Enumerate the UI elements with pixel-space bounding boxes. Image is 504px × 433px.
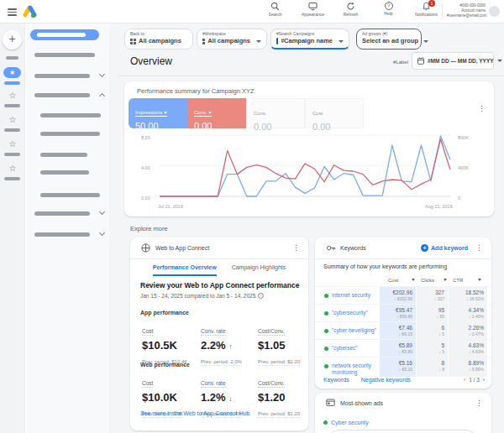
metric-value: 0.00 [194,121,246,131]
card-menu-icon[interactable]: ⋮ [478,105,486,112]
metric-prev[interactable]: Prev. period: 2.0% [201,359,242,366]
nav-skeleton-subitem[interactable] [40,170,89,175]
web-to-app-hub-link[interactable]: See more in the Web to App Connect Hub [140,410,249,416]
label-filter[interactable]: #Label [393,60,408,65]
metric-label: Conv. [254,111,266,116]
campaign-icon [276,38,278,44]
column-header-cost[interactable]: Cost [388,274,415,285]
star-icon[interactable]: ☆ [8,116,18,124]
ad-status-dot [323,420,328,425]
keyword-name[interactable]: "cybersec" [332,345,379,352]
ctr-value: 18.52% [449,290,484,295]
refresh-button[interactable]: Refresh [337,2,365,17]
back-to-all-campaigns-chip[interactable]: Back to All campaigns [124,29,193,50]
card-menu-icon[interactable]: ⋮ [292,244,300,252]
chevron-down-icon[interactable] [99,209,105,215]
rail-skeleton-bar[interactable] [4,153,20,156]
appearance-button[interactable]: Appearance [299,2,327,17]
nav-skeleton-item[interactable] [34,53,95,57]
cost-sub-value: ↓ €5.89 [380,349,412,354]
nav-skeleton-subitem[interactable] [40,113,101,117]
metric-label[interactable]: Conv. rate [201,328,226,336]
left-axis-tick: 0.00 [141,196,150,201]
keyword-row[interactable]: "cybersecurity" €95.47↓ €59.86 95↓ 65 4.… [315,304,491,321]
metric-prev[interactable]: Prev. period: $1.20 [258,359,300,366]
rail-skeleton-bar[interactable] [4,177,20,180]
keywords-tab-link[interactable]: Keywords [323,377,349,383]
keyword-row[interactable]: network security monitoring €5.16↓ €5.16… [315,357,491,377]
star-icon[interactable]: ☆ [8,91,18,100]
add-keyword-button[interactable]: + Add keyword [421,244,468,252]
ad-preview-box[interactable] [328,430,476,433]
menu-icon[interactable] [8,8,17,16]
info-icon[interactable]: i [258,293,264,299]
metric-value: 50.00 [135,121,187,131]
create-button[interactable]: + [3,30,22,50]
account-name: #000-000-0000 Account name [447,3,486,13]
notification-badge: 1 [428,0,435,7]
tab-campaign-highlights[interactable]: Campaign Highlights [232,260,286,276]
metric-tile-conv[interactable]: Conv. 0.00 [246,98,305,128]
search-icon [270,2,280,11]
negative-keywords-tab-link[interactable]: Negative keywords [361,377,411,383]
keyword-name[interactable]: internet security [332,292,379,299]
performance-line-chart[interactable] [156,132,454,202]
avatar[interactable] [489,6,500,17]
keyword-name[interactable]: "cybersecurity" [332,310,379,316]
keyword-row[interactable]: internet security €202.96↓ €202.96 327↓ … [315,286,491,304]
date-range-picker[interactable]: #MM DD — MM DD, YYYY [412,52,494,70]
ad-name-link[interactable]: Cyber security [331,420,369,425]
keyword-name[interactable]: network security monitoring [332,363,379,376]
chip-label: Select an ad group [362,37,418,45]
page-next-icon[interactable]: › [483,377,485,383]
metric-label: Cost [312,111,323,116]
metric-web-cost-conv: Cost/Conv. $1.20 Prev. period: $1.20 [258,373,313,419]
rail-skeleton-bar[interactable] [4,128,20,132]
page-prev-icon[interactable]: ‹ [464,377,465,383]
nav-skeleton-item[interactable] [34,232,90,237]
card-menu-icon[interactable]: ⋮ [475,399,483,407]
card-menu-icon[interactable]: ⋮ [475,244,483,252]
account-info[interactable]: #000-000-0000 Account name #username@ema… [442,3,486,18]
help-button[interactable]: ? Help [375,2,402,17]
search-button[interactable]: Search [261,2,289,17]
notifications-button[interactable]: Notifications 1 [412,2,440,17]
column-header-ctr[interactable]: CTR [453,274,481,285]
metric-tile-impressions[interactable]: Impressions 50.00 [129,98,187,128]
metric-tile-conversions[interactable]: Conv. 0.00 [187,98,246,128]
wta-date-compare: Jan 15 - 24, 2025 compared to Jan 5 - 14… [140,293,264,299]
nav-skeleton-item[interactable] [34,74,90,78]
chevron-down-icon[interactable] [99,230,105,236]
keyword-row[interactable]: "cybersec" €5.89↓ €5.89 5↓ 5 4.63%↓ 4.63… [315,339,491,357]
metric-prev[interactable]: Prev. period: $1.20 [258,411,300,418]
nav-skeleton-subitem[interactable] [40,153,87,157]
metric-label[interactable]: Cost/Conv. [258,328,285,336]
keyword-name[interactable]: "cyber beveiliging" [332,327,379,334]
chevron-down-icon[interactable] [99,71,105,77]
metric-label[interactable]: Cost/Conv. [258,380,285,388]
ctr-sub-value: ↓ 4.63% [449,349,484,354]
ad-group-selector-chip[interactable]: Ad groups (#) Select an ad group [356,29,422,50]
keyword-status-dot [324,347,328,351]
nav-skeleton-item[interactable] [34,211,90,216]
metric-label[interactable]: Cost [142,380,153,388]
nav-item-selected[interactable] [30,29,99,40]
nav-skeleton-item[interactable] [34,93,90,97]
workspace-chip[interactable]: #Workspace All campaigns [197,29,267,50]
star-icon[interactable]: ☆ [8,164,18,173]
column-header-clicks[interactable]: Clicks [421,274,447,285]
nav-skeleton-subitem[interactable] [40,193,100,197]
nav-skeleton-subitem[interactable] [40,132,100,136]
clicks-sub-value: ↓ 5 [417,349,444,354]
tab-performance-overview[interactable]: Performance Overview [153,260,217,276]
rail-item-active[interactable]: ★ [3,67,21,78]
keyword-row[interactable]: "cyber beveiliging" €7.46↓ €6.15 6↓ 5 2.… [315,321,491,339]
star-icon[interactable]: ☆ [8,140,18,149]
metric-label[interactable]: Conv. rate [201,380,226,388]
chevron-up-icon[interactable] [99,93,105,99]
metric-label[interactable]: Cost [142,328,153,336]
metric-tile-cost[interactable]: Cost 0.00 [305,98,364,128]
campaign-selector-chip[interactable]: #Search Campaigns #Campaign name [270,29,349,50]
ctr-sub-value: ↓ 1.40% [449,314,484,319]
rail-skeleton-bar[interactable] [4,104,20,107]
